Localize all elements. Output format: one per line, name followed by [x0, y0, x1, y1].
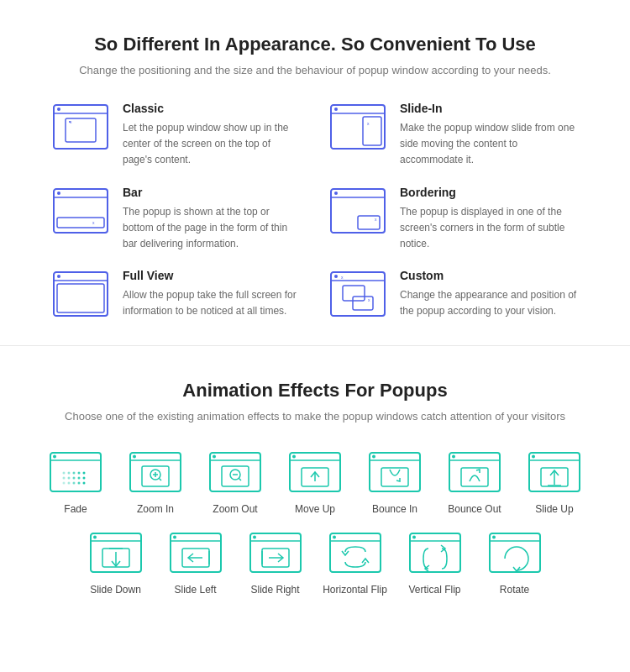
appearance-title: So Different In Appearance. So Convenien…: [50, 34, 580, 55]
feature-bordering: x Bordering The popup is displayed in on…: [328, 186, 580, 253]
svg-point-36: [68, 471, 71, 474]
svg-point-60: [213, 454, 216, 458]
svg-line-57: [160, 478, 162, 480]
slide-in-text: Slide-In Make the popup window slide fro…: [400, 102, 580, 169]
svg-rect-21: [54, 272, 108, 316]
svg-point-86: [93, 535, 97, 538]
slide-down-icon: [86, 528, 146, 577]
svg-point-92: [173, 535, 176, 538]
svg-point-8: [334, 108, 338, 111]
zoom-in-label: Zoom In: [137, 503, 174, 515]
zoom-in-icon: [125, 448, 186, 496]
slide-left-icon: [165, 528, 226, 577]
svg-point-35: [63, 471, 66, 474]
svg-text:x: x: [375, 217, 377, 222]
svg-rect-32: [50, 453, 101, 491]
svg-point-40: [63, 476, 66, 479]
anim-bounce-in[interactable]: Bounce In: [355, 448, 435, 515]
anim-slide-right[interactable]: Slide Right: [235, 528, 315, 596]
anim-slide-left[interactable]: Slide Left: [155, 528, 235, 596]
slide-down-label: Slide Down: [90, 584, 141, 596]
classic-desc: Let the popup window show up in the cent…: [123, 120, 302, 169]
animation-row-1: Fade Zoom In: [34, 448, 596, 515]
full-view-icon: [50, 269, 111, 319]
svg-text:x: x: [70, 119, 72, 124]
animation-section: Animation Effects For Popups Choose one …: [0, 346, 630, 621]
classic-icon: x: [50, 102, 111, 152]
anim-slide-up[interactable]: Slide Up: [515, 448, 595, 515]
slide-in-desc: Make the popup window slide from one sid…: [400, 120, 580, 169]
bounce-in-label: Bounce In: [372, 503, 417, 515]
svg-rect-90: [171, 533, 221, 572]
anim-rotate[interactable]: Rotate: [475, 528, 554, 596]
svg-point-46: [68, 481, 71, 484]
anim-vertical-flip[interactable]: Vertical Flip: [395, 528, 475, 596]
feature-bar: x Bar The popup is shown at the top or b…: [50, 186, 302, 253]
classic-name: Classic: [123, 102, 302, 115]
slide-right-label: Slide Right: [250, 584, 299, 596]
svg-rect-6: [331, 105, 385, 149]
bordering-name: Bordering: [400, 186, 580, 199]
slide-right-icon: [245, 528, 306, 577]
vertical-flip-label: Vertical Flip: [408, 584, 460, 596]
anim-move-up[interactable]: Move Up: [276, 448, 355, 515]
custom-name: Custom: [400, 269, 580, 282]
move-up-icon: [285, 448, 345, 496]
animation-subtitle: Choose one of the existing animation eff…: [34, 410, 596, 423]
fade-icon: [45, 448, 106, 496]
svg-point-45: [63, 481, 66, 484]
bar-text: Bar The popup is shown at the top or bot…: [123, 186, 302, 253]
animation-title: Animation Effects For Popups: [34, 380, 596, 402]
anim-fade[interactable]: Fade: [36, 448, 116, 515]
anim-slide-down[interactable]: Slide Down: [76, 528, 155, 596]
bounce-out-icon: [444, 448, 505, 496]
svg-point-44: [83, 476, 86, 479]
svg-point-43: [78, 476, 81, 479]
custom-text: Custom Change the appearance and positio…: [400, 269, 580, 319]
anim-zoom-in[interactable]: Zoom In: [116, 448, 196, 515]
zoom-out-label: Zoom Out: [213, 503, 257, 515]
appearance-subtitle: Change the positioning and the size and …: [50, 64, 580, 76]
rotate-icon: [485, 528, 545, 577]
svg-point-52: [133, 454, 136, 458]
svg-point-47: [73, 481, 76, 484]
slide-in-name: Slide-In: [400, 102, 580, 115]
svg-rect-105: [410, 533, 460, 572]
svg-text:x: x: [92, 220, 95, 225]
svg-point-41: [68, 476, 71, 479]
animation-row-2: Slide Down Slide Left: [34, 528, 596, 596]
svg-rect-29: [343, 286, 365, 301]
anim-zoom-out[interactable]: Zoom Out: [196, 448, 276, 515]
svg-point-42: [73, 476, 76, 479]
slide-in-icon: x: [328, 102, 388, 152]
feature-full-view: Full View Allow the popup take the full …: [50, 269, 302, 319]
anim-bounce-out[interactable]: Bounce Out: [435, 448, 515, 515]
svg-point-37: [73, 471, 76, 474]
svg-rect-70: [370, 453, 420, 491]
svg-point-49: [83, 481, 86, 484]
svg-point-39: [83, 471, 86, 474]
svg-rect-74: [449, 453, 500, 491]
vertical-flip-icon: [405, 528, 465, 577]
svg-point-67: [292, 454, 296, 458]
svg-point-2: [57, 108, 60, 111]
svg-line-64: [239, 478, 242, 480]
svg-point-27: [334, 275, 338, 278]
svg-point-34: [53, 454, 56, 458]
feature-classic: x Classic Let the popup window show up i…: [50, 102, 302, 169]
bar-desc: The popup is shown at the top or bottom …: [123, 204, 302, 253]
svg-rect-96: [250, 533, 301, 572]
bar-icon: x: [50, 186, 111, 236]
svg-rect-14: [57, 218, 104, 228]
svg-rect-102: [330, 533, 381, 572]
svg-rect-11: [54, 189, 108, 233]
svg-point-18: [334, 192, 338, 195]
bar-name: Bar: [123, 186, 302, 199]
rotate-label: Rotate: [500, 584, 529, 596]
svg-point-98: [253, 535, 256, 538]
anim-horizontal-flip[interactable]: Horizontal Flip: [315, 528, 395, 596]
svg-text:x: x: [368, 297, 370, 302]
slide-up-icon: [524, 448, 585, 496]
full-view-desc: Allow the popup take the full screen for…: [123, 287, 302, 319]
custom-desc: Change the appearance and position of th…: [400, 287, 580, 319]
